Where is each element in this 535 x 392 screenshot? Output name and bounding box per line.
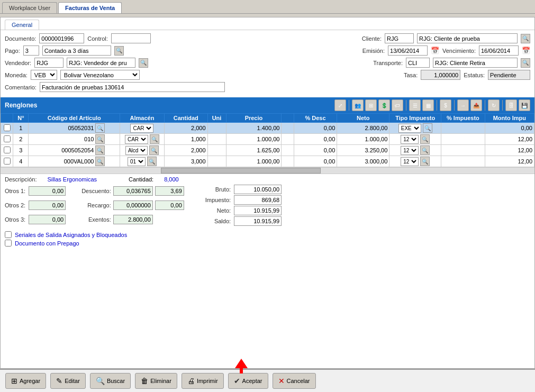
row1-code[interactable]: 🔍	[29, 123, 120, 134]
vencimiento-input[interactable]	[479, 45, 519, 56]
row2-code-input[interactable]	[30, 136, 94, 142]
buscar-button[interactable]: 🔍 Buscar	[90, 373, 131, 389]
otros2-input[interactable]	[29, 200, 66, 210]
otros1-input[interactable]	[29, 186, 66, 196]
row3-alm[interactable]: Alcd 🔍	[120, 145, 164, 156]
transporte-search-btn[interactable]: 🔍	[521, 58, 530, 68]
toolbar-db2-icon[interactable]: 💾	[519, 99, 530, 111]
toolbar-list-icon[interactable]: ☰	[409, 99, 421, 111]
table-row[interactable]: 1 🔍 CAR ▼ 0,00	[1, 123, 534, 134]
pago-search-btn[interactable]: 🔍	[114, 46, 124, 56]
row1-code-input[interactable]	[30, 125, 94, 131]
tab-facturas-venta[interactable]: Facturas de Venta	[58, 2, 122, 13]
row1-search[interactable]: 🔍	[95, 123, 105, 133]
table-row[interactable]: 2 🔍 CAR 🔍 1,000 1.000,00 0,	[1, 134, 534, 145]
row1-tipo-select[interactable]: EXE	[398, 124, 421, 133]
row3-code[interactable]: 🔍	[29, 145, 120, 156]
pago-input[interactable]	[23, 45, 39, 56]
vendedor-search-btn[interactable]: 🔍	[139, 58, 148, 68]
toolbar-dollar-icon[interactable]: $	[440, 99, 451, 111]
eliminar-button[interactable]: 🗑 Eliminar	[135, 373, 177, 389]
toolbar-expand-icon[interactable]: ⤢	[334, 99, 346, 111]
descuento-v2-input[interactable]	[155, 186, 184, 196]
toolbar-refresh-icon[interactable]: ↻	[488, 99, 500, 111]
row3-tipo[interactable]: 12 🔍	[389, 145, 441, 156]
row3-tipo-search[interactable]: 🔍	[420, 145, 430, 155]
toolbar-db1-icon[interactable]: 🗄	[505, 99, 517, 111]
row2-code[interactable]: 🔍	[29, 134, 120, 145]
row3-tipo-select[interactable]: 12	[401, 146, 419, 155]
row1-precio[interactable]	[226, 123, 282, 134]
moneda-code-select[interactable]: VEB	[31, 70, 57, 80]
otros3-input[interactable]	[29, 215, 66, 224]
prepago-label[interactable]: Documento con Prepago	[15, 240, 79, 247]
row4-check[interactable]	[4, 158, 11, 165]
vendedor-code-input[interactable]	[34, 58, 64, 68]
cliente-code-input[interactable]	[385, 33, 414, 43]
table-hscroll[interactable]	[1, 168, 534, 174]
aceptar-button[interactable]: ✔ Aceptar	[228, 373, 268, 389]
transporte-name-input[interactable]	[433, 58, 518, 68]
row4-tipo[interactable]: 12 🔍	[389, 156, 441, 167]
exentos-input[interactable]	[113, 215, 153, 224]
toolbar-grid2-icon[interactable]: ▦	[422, 99, 434, 111]
row2-tipo[interactable]: 12 🔍	[389, 134, 441, 145]
row2-tipo-select[interactable]: 12	[401, 135, 419, 144]
editar-button[interactable]: ✎ Editar	[50, 373, 86, 389]
row2-alm[interactable]: CAR 🔍	[120, 134, 164, 145]
transporte-code-input[interactable]	[406, 58, 430, 68]
tab-general[interactable]: General	[5, 20, 39, 30]
comentario-input[interactable]	[40, 82, 225, 92]
tab-workplace-user[interactable]: Workplace User	[2, 2, 57, 13]
row3-alm-search[interactable]: 🔍	[149, 145, 159, 155]
row4-alm[interactable]: 01 🔍	[120, 156, 164, 167]
toolbar-export-icon[interactable]: 📤	[470, 99, 482, 111]
descuento-v1-input[interactable]	[113, 186, 153, 196]
pago-desc-input[interactable]	[42, 45, 111, 56]
row2-tipo-search[interactable]: 🔍	[420, 134, 430, 144]
row3-check[interactable]	[4, 147, 11, 153]
row3-search[interactable]: 🔍	[95, 145, 105, 155]
toolbar-grid-icon[interactable]: ⊞	[365, 99, 377, 111]
row4-search[interactable]: 🔍	[95, 157, 105, 166]
table-row[interactable]: 4 🔍 01 🔍 3,000 1.000,00 0,0	[1, 156, 534, 167]
row1-tipo[interactable]: EXE 🔍	[389, 123, 441, 134]
table-row[interactable]: 3 🔍 Alcd 🔍 2,000 1.625,00 0	[1, 145, 534, 156]
vendedor-name-input[interactable]	[67, 58, 135, 68]
imprimir-button[interactable]: 🖨 Imprimir	[182, 373, 224, 389]
documento-input[interactable]	[39, 33, 84, 43]
moneda-name-select[interactable]: Bolivar Venezolano	[60, 70, 140, 80]
row4-code-input[interactable]	[30, 158, 94, 165]
row2-check[interactable]	[4, 135, 11, 142]
control-input[interactable]	[111, 33, 151, 43]
row2-alm-select[interactable]: CAR	[125, 135, 148, 144]
row1-cant-input[interactable]	[166, 125, 206, 131]
row3-alm-select[interactable]: Alcd	[125, 146, 148, 155]
cliente-name-input[interactable]	[417, 33, 518, 43]
seriales-label[interactable]: Seriales de Salida Asignados y Bloqueado…	[15, 232, 127, 238]
recargo-v2-input[interactable]	[155, 200, 184, 210]
emision-input[interactable]	[388, 45, 428, 56]
row1-alm[interactable]: CAR ▼	[120, 123, 164, 134]
agregar-button[interactable]: ⊞ Agregar	[5, 373, 46, 389]
cliente-search-btn[interactable]: 🔍	[521, 34, 530, 43]
scrollbar-thumb[interactable]	[161, 168, 321, 174]
emision-calendar-icon[interactable]: 📅	[431, 47, 439, 54]
row4-tipo-select[interactable]: 12	[401, 157, 419, 166]
row4-tipo-search[interactable]: 🔍	[420, 157, 430, 166]
row3-code-input[interactable]	[30, 147, 94, 153]
row4-code[interactable]: 🔍	[29, 156, 120, 167]
row1-precio-input[interactable]	[228, 125, 280, 131]
row1-cant[interactable]	[164, 123, 207, 134]
toolbar-users-icon[interactable]: 👥	[352, 99, 364, 111]
row4-alm-search[interactable]: 🔍	[147, 157, 157, 166]
row2-search[interactable]: 🔍	[95, 134, 105, 144]
prepago-checkbox[interactable]	[5, 240, 12, 247]
row1-check[interactable]	[4, 124, 11, 131]
recargo-v1-input[interactable]	[113, 200, 153, 210]
toolbar-dollar2-icon[interactable]: 💲	[378, 99, 390, 111]
toolbar-arrow-icon[interactable]: →	[457, 99, 469, 111]
vencimiento-calendar-icon[interactable]: 📅	[522, 47, 530, 54]
seriales-checkbox[interactable]	[5, 231, 12, 238]
row2-alm-search[interactable]: 🔍	[150, 134, 159, 144]
